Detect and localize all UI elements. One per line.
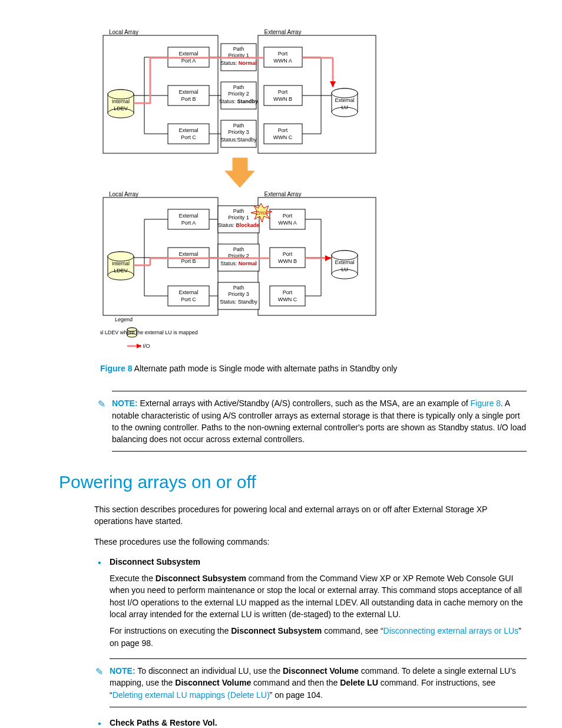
intro-paragraph-1: This section describes procedures for po… xyxy=(94,503,527,528)
svg-text:External: External xyxy=(178,289,198,295)
svg-text:Port C: Port C xyxy=(181,134,196,140)
item-title-disconnect: Disconnect Subsystem xyxy=(110,556,527,568)
list-item-disconnect: Disconnect Subsystem Execute the Disconn… xyxy=(94,556,527,707)
svg-text:Legend: Legend xyxy=(115,317,133,322)
figure-caption-text: Alternate path mode is Single mode with … xyxy=(132,364,397,373)
svg-text:Status: Standby: Status: Standby xyxy=(220,299,257,305)
figure-caption: Figure 8 Alternate path mode is Single m… xyxy=(100,363,527,374)
svg-text:: I/O: : I/O xyxy=(140,343,150,349)
svg-text:Path: Path xyxy=(233,84,244,90)
svg-text:LU: LU xyxy=(341,104,348,110)
svg-text:Local Array: Local Array xyxy=(109,29,138,35)
svg-text:Path: Path xyxy=(233,285,244,291)
svg-text:Port B: Port B xyxy=(181,96,196,102)
svg-text:Status: Blockade: Status: Blockade xyxy=(218,222,260,228)
svg-text:Status: Standby: Status: Standby xyxy=(219,98,258,104)
svg-point-77 xyxy=(332,251,358,260)
svg-text:WWN B: WWN B xyxy=(278,258,297,264)
svg-text:Status:Standby: Status:Standby xyxy=(220,137,257,143)
svg-text:LDEV: LDEV xyxy=(114,268,128,274)
note-icon: ✎ xyxy=(95,665,103,678)
svg-text:External: External xyxy=(178,89,198,95)
svg-marker-63 xyxy=(225,158,254,187)
svg-text:WWN C: WWN C xyxy=(273,134,293,140)
svg-text:Internal: Internal xyxy=(112,98,130,104)
svg-text:Port: Port xyxy=(283,289,293,295)
note-block-2: ✎ NOTE: To disconnect an individual LU, … xyxy=(110,658,527,707)
svg-text:Status: Normal: Status: Normal xyxy=(220,261,257,266)
svg-text:External: External xyxy=(335,259,354,265)
svg-text:Path: Path xyxy=(233,123,244,129)
svg-text:Port: Port xyxy=(278,89,288,95)
svg-text:LU: LU xyxy=(341,266,348,272)
section-heading: Powering arrays on or off xyxy=(59,469,527,495)
svg-text:Priority 1: Priority 1 xyxy=(228,215,249,220)
note-block-1: ✎ NOTE: External arrays with Active/Stan… xyxy=(112,391,527,452)
svg-text:WWN B: WWN B xyxy=(273,96,292,102)
svg-text:External: External xyxy=(178,51,198,57)
svg-point-7 xyxy=(108,90,134,99)
svg-point-71 xyxy=(108,252,134,261)
svg-text:Local Array: Local Array xyxy=(109,191,138,197)
note-label: NOTE: xyxy=(110,666,135,676)
svg-text:: Internal LDEV where the exte: : Internal LDEV where the external LU is… xyxy=(100,330,198,335)
svg-text:Priority 3: Priority 3 xyxy=(228,129,249,135)
svg-text:WWN C: WWN C xyxy=(278,297,297,302)
note-label: NOTE: xyxy=(112,398,138,408)
disconnect-link[interactable]: Disconnecting external arrays or LUs xyxy=(384,626,519,635)
svg-text:WWN A: WWN A xyxy=(273,58,292,64)
svg-text:External: External xyxy=(178,127,198,133)
figure-8-link[interactable]: Figure 8 xyxy=(470,398,500,408)
intro-paragraph-2: These procedures use the following comma… xyxy=(94,536,527,548)
svg-text:Port: Port xyxy=(283,213,293,219)
svg-text:Priority 2: Priority 2 xyxy=(228,91,249,97)
svg-text:External: External xyxy=(178,213,198,219)
svg-text:External Array: External Array xyxy=(265,191,302,197)
svg-text:LDEV: LDEV xyxy=(114,106,128,111)
note-icon: ✎ xyxy=(98,397,105,411)
svg-text:WWN A: WWN A xyxy=(278,220,297,226)
svg-text:Error: Error xyxy=(256,210,268,216)
item-title-check: Check Paths & Restore Vol. xyxy=(110,717,527,728)
figure-label: Figure 8 xyxy=(100,364,132,373)
svg-point-13 xyxy=(332,88,358,98)
svg-text:External: External xyxy=(335,97,354,103)
svg-text:Port: Port xyxy=(278,51,288,57)
item-body-disconnect-2: For instructions on executing the Discon… xyxy=(110,625,527,649)
svg-text:Path: Path xyxy=(233,208,244,214)
svg-text:Internal: Internal xyxy=(112,261,130,266)
svg-text:Path: Path xyxy=(233,246,244,252)
svg-text:External Array: External Array xyxy=(265,29,302,35)
svg-text:External: External xyxy=(178,251,198,257)
note-text-before: External arrays with Active/Standby (A/S… xyxy=(138,398,471,408)
svg-text:Port: Port xyxy=(278,127,288,133)
delete-lu-link[interactable]: Deleting external LU mappings (Delete LU… xyxy=(113,690,270,700)
item-body-disconnect-1: Execute the Disconnect Subsystem command… xyxy=(110,572,527,620)
svg-text:Status: Normal: Status: Normal xyxy=(220,60,257,66)
list-item-check: Check Paths & Restore Vol. xyxy=(94,717,527,728)
svg-text:Port: Port xyxy=(283,251,293,257)
svg-text:Port C: Port C xyxy=(181,297,196,302)
svg-text:Path: Path xyxy=(233,46,244,52)
figure-8-diagram: Local Array External Array Internal LDEV… xyxy=(100,29,527,357)
svg-text:Port A: Port A xyxy=(181,220,196,226)
svg-text:Priority 3: Priority 3 xyxy=(228,291,249,297)
